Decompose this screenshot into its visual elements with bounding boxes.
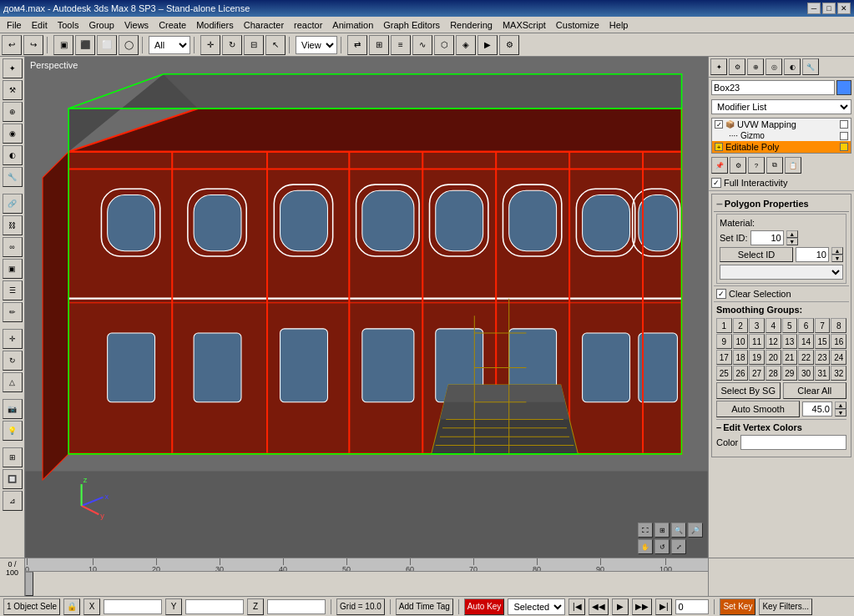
menu-item-reactor[interactable]: reactor (289, 18, 327, 32)
helpers-btn[interactable]: ⊿ (3, 491, 23, 511)
cameras-btn[interactable]: 📷 (3, 399, 23, 419)
select-id-down[interactable]: ▼ (831, 255, 843, 262)
sg-button-24[interactable]: 24 (831, 350, 846, 365)
timeline-track[interactable] (25, 572, 708, 596)
select-id-button[interactable]: Select ID (720, 247, 793, 262)
full-interactivity-checkbox[interactable]: ✓ (711, 178, 721, 188)
sg-button-9[interactable]: 9 (716, 334, 732, 349)
frame-number-input[interactable] (675, 599, 709, 614)
sg-button-20[interactable]: 20 (766, 350, 781, 365)
sg-button-27[interactable]: 27 (749, 366, 765, 381)
menu-item-animation[interactable]: Animation (327, 18, 378, 32)
material-editor-button[interactable]: ◈ (456, 35, 476, 55)
menu-item-views[interactable]: Views (119, 18, 154, 32)
clear-all-button[interactable]: Clear All (783, 382, 847, 399)
next-frame-button[interactable]: ▶| (655, 598, 672, 615)
curve-editor-button[interactable]: ∿ (412, 35, 432, 55)
zoom-all-button[interactable]: 🔎 (688, 523, 703, 538)
sg-button-6[interactable]: 6 (798, 318, 814, 333)
menu-item-modifiers[interactable]: Modifiers (191, 18, 239, 32)
color-swatch[interactable] (740, 435, 846, 450)
auto-smooth-button[interactable]: Auto Smooth (716, 401, 800, 417)
motion-icon[interactable]: ◎ (766, 58, 782, 75)
undo-button[interactable]: ↩ (2, 35, 22, 55)
pan-button[interactable]: ✋ (638, 539, 653, 554)
lights-btn[interactable]: 💡 (3, 421, 23, 441)
modifier-editable-poly[interactable]: + Editable Poly (712, 141, 851, 153)
zoom-button[interactable]: 🔍 (671, 523, 686, 538)
modify-mode-btn[interactable]: ⚒ (3, 80, 23, 100)
rotate-btn2[interactable]: ↻ (3, 351, 23, 371)
mirror-button[interactable]: ⇄ (347, 35, 367, 55)
minimize-button[interactable]: ─ (807, 3, 821, 14)
select-object-button[interactable]: ▣ (53, 35, 73, 55)
rotate-button[interactable]: ↻ (222, 35, 242, 55)
sg-button-31[interactable]: 31 (815, 366, 831, 381)
copy-icon[interactable]: ⧉ (766, 157, 783, 174)
align-button[interactable]: ⊞ (369, 35, 389, 55)
timeline-slider[interactable] (25, 572, 33, 596)
uvw-enable-check[interactable]: ✓ (715, 120, 723, 129)
key-filters-button[interactable]: Key Filters... (759, 598, 812, 615)
bind-spacewarp-btn[interactable]: ∞ (3, 237, 23, 257)
select-by-name-button[interactable]: ⬛ (75, 35, 95, 55)
hierarchy-mode-btn[interactable]: ⊕ (3, 102, 23, 122)
menu-item-rendering[interactable]: Rendering (445, 18, 498, 32)
help-icon[interactable]: ? (748, 157, 765, 174)
select-by-sg-button[interactable]: Select By SG (716, 382, 781, 399)
sg-button-16[interactable]: 16 (831, 334, 846, 349)
close-button[interactable]: ✕ (837, 3, 851, 14)
sg-button-2[interactable]: 2 (733, 318, 749, 333)
modifier-uvw-mapping[interactable]: ✓ 📦 UVW Mapping (712, 119, 851, 130)
set-id-down[interactable]: ▼ (786, 238, 798, 245)
auto-smooth-input[interactable] (802, 401, 832, 417)
display-icon[interactable]: ◐ (784, 58, 801, 75)
section-collapse-btn[interactable]: – (716, 197, 723, 210)
set-id-up[interactable]: ▲ (786, 230, 798, 238)
select-id-input[interactable] (796, 247, 829, 262)
render-button[interactable]: ▶ (478, 35, 498, 55)
snap3d-btn[interactable]: 🔲 (3, 469, 23, 489)
settings-icon[interactable]: ⚙ (730, 157, 746, 174)
view-dropdown[interactable]: View (296, 36, 337, 54)
paint-sel-btn[interactable]: ✏ (3, 302, 23, 322)
select-region2-button[interactable]: ◯ (119, 35, 139, 55)
sg-button-32[interactable]: 32 (831, 366, 846, 381)
auto-key-button[interactable]: Auto Key (464, 598, 505, 615)
pin-icon[interactable]: 📌 (711, 157, 728, 174)
sg-button-19[interactable]: 19 (749, 350, 765, 365)
modifier-list-dropdown[interactable]: Modifier List (711, 99, 851, 114)
lock-button[interactable]: 🔒 (63, 598, 80, 615)
sg-button-29[interactable]: 29 (782, 366, 798, 381)
prev-frame-button[interactable]: |◀ (568, 598, 585, 615)
next-key-button[interactable]: ▶▶ (632, 598, 652, 615)
zoom-extents-all-button[interactable]: ⊞ (654, 523, 670, 538)
sg-button-22[interactable]: 22 (798, 350, 814, 365)
menu-item-tools[interactable]: Tools (53, 18, 84, 32)
scale-btn2[interactable]: △ (3, 372, 23, 392)
grid-btn[interactable]: ⊞ (3, 447, 23, 467)
render-settings-button[interactable]: ⚙ (499, 35, 519, 55)
sg-button-10[interactable]: 10 (733, 334, 749, 349)
sg-button-5[interactable]: 5 (782, 318, 798, 333)
selected-dropdown[interactable]: Selected (508, 598, 565, 615)
unlink-btn[interactable]: ⛓ (3, 215, 23, 235)
viewport[interactable]: Perspective (25, 57, 708, 558)
arc-rotate-button[interactable]: ↺ (654, 539, 670, 554)
utilities-icon[interactable]: 🔧 (802, 58, 819, 75)
layer-button[interactable]: ≡ (391, 35, 411, 55)
sg-button-1[interactable]: 1 (716, 318, 732, 333)
sg-button-23[interactable]: 23 (815, 350, 831, 365)
menu-item-help[interactable]: Help (604, 18, 634, 32)
motion-mode-btn[interactable]: ◉ (3, 124, 23, 144)
zoom-extents-button[interactable]: ⛶ (638, 523, 653, 538)
object-color-swatch[interactable] (836, 80, 851, 95)
menu-item-file[interactable]: File (2, 18, 27, 32)
utilities-mode-btn[interactable]: 🔧 (3, 167, 23, 187)
modifier-gizmo[interactable]: ···· Gizmo (712, 130, 851, 141)
sg-button-17[interactable]: 17 (716, 350, 732, 365)
sg-button-3[interactable]: 3 (749, 318, 765, 333)
evc-collapse-btn[interactable]: – (716, 422, 721, 432)
menu-item-edit[interactable]: Edit (27, 18, 53, 32)
object-name-input[interactable] (711, 80, 835, 95)
